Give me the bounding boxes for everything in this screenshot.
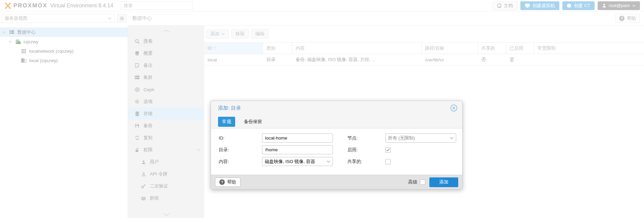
dialog-add-button[interactable]: 添加 [429,177,458,187]
remove-storage-button[interactable]: 移除 [231,30,249,39]
menu-item-label: 备注 [143,62,153,68]
tree-item-datacenter[interactable]: 数据中心 [0,28,128,37]
directory-field[interactable] [262,145,333,154]
network-icon [20,49,27,54]
nodes-combo-value: 所有 (无限制) [388,135,415,141]
menu-item-label: 权限 [143,147,153,153]
proxmox-logo: PROXMOX [3,2,47,9]
table-row-local[interactable]: local 目录 备份, 磁盘映像, ISO 镜像, 容器, 片段, ... /… [204,54,644,66]
directory-field-label: 目录: [219,147,262,153]
edit-label: 编辑 [255,31,264,37]
column-header-bandwidth[interactable]: 带宽限制 [534,43,644,54]
menu-item-search[interactable]: 搜索 [128,35,204,47]
menu-item-notes[interactable]: 备注 [128,59,204,71]
panel-help-button[interactable]: ? 帮助 [615,14,640,23]
menu-scroll-down-icon[interactable] [128,213,204,216]
cell-bandwidth [534,54,644,65]
column-header-enabled[interactable]: 已启用 [506,43,534,54]
enable-checkbox[interactable] [385,147,391,153]
create-vm-button[interactable]: 创建虚拟机 [520,1,560,10]
chevron-down-icon [221,33,225,35]
menu-item-options[interactable]: 选项 [128,96,204,108]
create-ct-button[interactable]: 创建 CT [562,1,595,10]
create-vm-label: 创建虚拟机 [532,3,555,9]
cell-type: 目录 [263,54,292,65]
collapse-caret-icon[interactable] [9,41,13,43]
book-icon [134,51,140,56]
datacenter-icon [8,30,15,35]
menu-item-label: API 令牌 [150,171,168,177]
dialog-header[interactable]: 添加: 目录 [211,101,462,115]
menu-item-groups[interactable]: 群组 [128,192,204,204]
nodes-field-label: 节点: [333,135,385,141]
id-field-label: ID: [219,135,262,141]
advanced-toggle: 高级 [408,179,425,185]
cell-content: 备份, 磁盘映像, ISO 镜像, 容器, 片段, ... [292,54,422,65]
nodes-combo[interactable]: 所有 (无限制) [385,133,456,143]
dialog-help-button[interactable]: ? 帮助 [215,177,241,187]
tree-item-label: 数据中心 [17,29,36,35]
menu-item-label: 概要 [143,50,153,56]
check-icon [386,148,390,152]
dialog-help-label: 帮助 [227,179,236,185]
key-icon [140,184,147,188]
edit-storage-button[interactable]: 编辑 [251,30,268,39]
cell-path: /var/lib/vz [422,54,478,65]
panel-help-label: 帮助 [627,15,636,21]
documentation-button[interactable]: 文档 [492,1,517,10]
advanced-checkbox[interactable] [420,179,425,185]
menu-scroll-up-icon[interactable] [128,25,204,35]
tab-backup-retention[interactable]: 备份保留 [244,119,262,125]
chevron-down-icon [632,5,636,7]
column-header-type[interactable]: 类别 [263,43,292,54]
id-field[interactable] [262,133,333,143]
menu-item-cluster[interactable]: 集群 [128,71,204,84]
gear-icon [134,99,140,104]
page-title: 数据中心 [132,15,152,21]
user-label: root@pam [609,3,630,8]
dialog-close-button[interactable] [450,104,458,112]
column-header-id[interactable]: ID ↑ [204,43,263,54]
user-menu-button[interactable]: root@pam [598,1,640,10]
global-search-input[interactable] [121,1,193,10]
chevron-down-icon [108,17,112,19]
storage-table-header: ID ↑ 类别 内容 路径/目标 共享的 已启用 带宽限制 [204,43,644,54]
view-selector-value: 服务器视图 [5,15,28,21]
menu-item-permissions[interactable]: 权限 [128,144,204,156]
column-header-path[interactable]: 路径/目标 [422,43,478,54]
menu-item-label: 用户 [150,159,159,165]
tab-general[interactable]: 常规 [218,117,235,127]
shared-checkbox[interactable] [385,159,391,164]
menu-item-api-tokens[interactable]: API 令牌 [128,168,204,180]
menu-item-backup[interactable]: 备份 [128,120,204,132]
menu-item-summary[interactable]: 概要 [128,47,204,59]
question-icon: ? [619,16,625,21]
tree-item-local-storage[interactable]: local (cqszwy) [0,56,128,65]
add-storage-button[interactable]: 添加 [206,30,229,39]
menu-item-label: 二次验证 [150,183,168,189]
tree-item-localnetwork[interactable]: localnetwork (cqszwy) [0,46,128,56]
view-settings-button[interactable] [117,14,127,23]
collapse-caret-icon[interactable] [3,31,7,33]
cube-icon [567,3,571,8]
column-header-content[interactable]: 内容 [292,43,422,54]
enable-field-label: 启用: [333,147,385,153]
collapse-chevron-icon[interactable] [197,149,200,151]
menu-item-ceph[interactable]: Ceph [128,84,204,96]
menu-item-storage[interactable]: 存储 [128,108,204,120]
node-icon [14,39,21,44]
content-field-label: 内容: [219,159,262,165]
close-icon [450,104,458,112]
view-selector[interactable]: 服务器视图 [1,14,115,23]
content-panel-header: 数据中心 ? 帮助 [128,11,644,25]
menu-item-label: Ceph [143,87,154,92]
menu-item-users[interactable]: 用户 [128,156,204,168]
dialog-footer: ? 帮助 高级 添加 [211,175,462,189]
sub-header: 服务器视图 数据中心 ? 帮助 [0,11,644,25]
product-version: Virtual Environment 8.4.14 [50,3,113,9]
column-header-shared[interactable]: 共享的 [478,43,506,54]
tree-item-node-cqszwy[interactable]: cqszwy [0,37,128,46]
menu-item-two-factor[interactable]: 二次验证 [128,180,204,192]
menu-item-replication[interactable]: 复制 [128,132,204,144]
content-combo[interactable]: 磁盘映像, ISO 镜像, 容器 [262,157,333,166]
